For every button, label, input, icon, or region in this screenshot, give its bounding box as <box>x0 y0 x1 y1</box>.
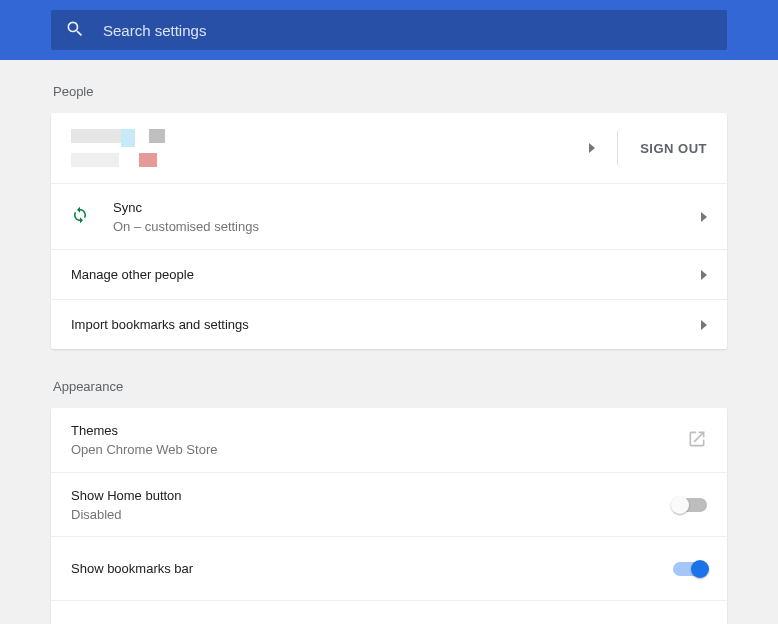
font-size-row: Font size Medium (Recommended) <box>51 600 727 624</box>
themes-title: Themes <box>71 423 687 438</box>
font-size-select[interactable]: Medium (Recommended) <box>517 620 707 625</box>
home-button-title: Show Home button <box>71 488 673 503</box>
sync-icon <box>71 206 89 227</box>
home-button-subtitle: Disabled <box>71 507 673 522</box>
search-input[interactable] <box>103 22 713 39</box>
search-settings[interactable] <box>51 10 727 50</box>
open-external-icon <box>687 429 707 452</box>
header-bar <box>0 0 778 60</box>
themes-row[interactable]: Themes Open Chrome Web Store <box>51 408 727 472</box>
section-title-people: People <box>51 84 727 99</box>
chevron-right-icon <box>589 143 595 153</box>
import-bookmarks-row[interactable]: Import bookmarks and settings <box>51 299 727 349</box>
sign-out-button[interactable]: SIGN OUT <box>640 141 707 156</box>
chevron-right-icon <box>701 270 707 280</box>
bookmarks-bar-toggle[interactable] <box>673 562 707 576</box>
sync-row[interactable]: Sync On – customised settings <box>51 183 727 249</box>
profile-avatar-placeholder <box>71 123 589 173</box>
search-icon <box>65 19 85 42</box>
manage-people-label: Manage other people <box>71 267 701 282</box>
bookmarks-bar-label: Show bookmarks bar <box>71 561 673 576</box>
home-button-row[interactable]: Show Home button Disabled <box>51 472 727 536</box>
profile-row[interactable]: SIGN OUT <box>51 113 727 183</box>
manage-people-row[interactable]: Manage other people <box>51 249 727 299</box>
chevron-right-icon <box>701 320 707 330</box>
sync-subtitle: On – customised settings <box>113 219 701 234</box>
home-button-toggle[interactable] <box>673 498 707 512</box>
themes-subtitle: Open Chrome Web Store <box>71 442 687 457</box>
appearance-card: Themes Open Chrome Web Store Show Home b… <box>51 408 727 624</box>
chevron-right-icon <box>701 212 707 222</box>
bookmarks-bar-row[interactable]: Show bookmarks bar <box>51 536 727 600</box>
divider <box>617 131 618 165</box>
settings-content: People SIGN OUT Sync On – customis <box>51 60 727 624</box>
sync-title: Sync <box>113 200 701 215</box>
section-title-appearance: Appearance <box>51 379 727 394</box>
people-card: SIGN OUT Sync On – customised settings M… <box>51 113 727 349</box>
import-bookmarks-label: Import bookmarks and settings <box>71 317 701 332</box>
